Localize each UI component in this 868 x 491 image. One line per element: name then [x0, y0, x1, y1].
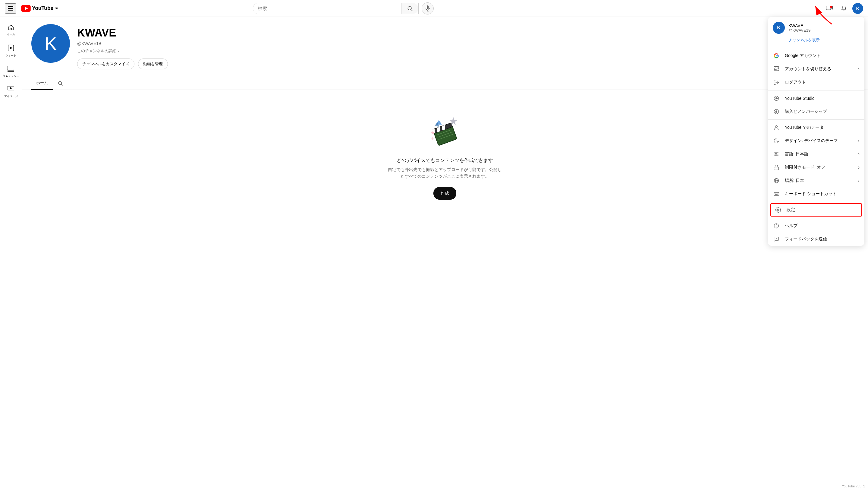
google-account-label: Google アカウント	[785, 53, 860, 59]
restricted-arrow: ›	[858, 165, 860, 170]
svg-rect-47	[774, 167, 779, 170]
yt-data-icon	[773, 124, 780, 131]
settings-label: 設定	[786, 207, 858, 213]
dropdown-handle: @KWAVE19	[788, 28, 810, 33]
dropdown-avatar: K	[773, 22, 785, 34]
switch-account-label: アカウントを切り替える	[785, 66, 853, 72]
dropdown-profile: K KWAVE @KWAVE19	[768, 17, 864, 36]
dropdown-item-google-account[interactable]: Google アカウント	[768, 49, 864, 62]
svg-text:$: $	[775, 110, 777, 113]
help-icon	[773, 222, 780, 224]
dropdown-channel-link[interactable]: チャンネルを表示	[768, 36, 864, 47]
divider-4	[768, 202, 864, 202]
language-icon: 文	[773, 150, 780, 158]
divider-5	[768, 218, 864, 218]
dropdown-item-youtube-studio[interactable]: YouTube Studio	[768, 92, 864, 105]
dropdown-username: KWAVE	[788, 23, 810, 28]
language-label: 言語: 日本語	[785, 151, 853, 157]
purchases-icon: $	[773, 108, 780, 115]
svg-text:文: 文	[775, 153, 777, 155]
dropdown-item-theme[interactable]: デザイン: デバイスのテーマ ›	[768, 134, 864, 147]
youtube-studio-icon	[773, 95, 780, 102]
divider-2	[768, 90, 864, 90]
dropdown-item-purchases[interactable]: $ 購入とメンバーシップ	[768, 105, 864, 118]
help-label: ヘルプ	[785, 223, 860, 224]
theme-arrow: ›	[858, 138, 860, 144]
switch-account-icon	[773, 65, 780, 73]
svg-point-45	[775, 125, 778, 127]
location-icon	[773, 177, 780, 184]
dropdown-item-settings[interactable]: 設定	[770, 203, 862, 216]
divider-1	[768, 48, 864, 48]
logout-label: ログアウト	[785, 80, 860, 85]
dropdown-item-keyboard[interactable]: キーボード ショートカット	[768, 187, 864, 201]
logout-icon	[773, 79, 780, 86]
dropdown-profile-info: KWAVE @KWAVE19	[788, 23, 810, 33]
dropdown-item-restricted[interactable]: 制限付きモード: オフ ›	[768, 161, 864, 174]
settings-icon	[775, 206, 782, 213]
dropdown-item-yt-data[interactable]: YouTube でのデータ	[768, 121, 864, 134]
restricted-label: 制限付きモード: オフ	[785, 165, 853, 170]
google-icon	[773, 52, 780, 59]
keyboard-label: キーボード ショートカット	[785, 191, 860, 197]
svg-point-36	[775, 68, 776, 69]
account-dropdown: K KWAVE @KWAVE19 チャンネルを表示 Google アカウント	[768, 17, 864, 224]
svg-point-56	[778, 209, 779, 211]
location-label: 場所: 日本	[785, 178, 853, 183]
restricted-icon	[773, 164, 780, 171]
dropdown-item-help[interactable]: ヘルプ	[768, 219, 864, 224]
theme-label: デザイン: デバイスのテーマ	[785, 138, 853, 144]
location-arrow: ›	[858, 178, 860, 183]
dropdown-item-language[interactable]: 文 言語: 日本語 ›	[768, 147, 864, 161]
yt-data-label: YouTube でのデータ	[785, 125, 860, 130]
youtube-studio-label: YouTube Studio	[785, 96, 860, 101]
language-arrow: ›	[858, 151, 860, 157]
switch-account-arrow: ›	[858, 66, 860, 72]
dropdown-item-logout[interactable]: ログアウト	[768, 76, 864, 89]
purchases-label: 購入とメンバーシップ	[785, 109, 860, 114]
keyboard-icon	[773, 190, 780, 198]
dropdown-item-switch-account[interactable]: アカウントを切り替える ›	[768, 62, 864, 76]
dropdown-item-location[interactable]: 場所: 日本 ›	[768, 174, 864, 187]
divider-3	[768, 119, 864, 120]
svg-rect-50	[774, 193, 779, 196]
dropdown-overlay[interactable]	[0, 0, 868, 224]
theme-icon	[773, 137, 780, 144]
